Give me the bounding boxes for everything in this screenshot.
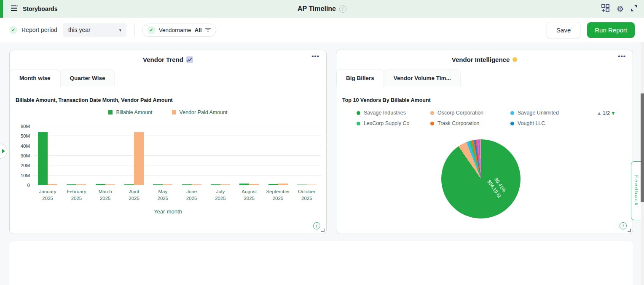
header-accent-bar [0,0,3,18]
bar-group [120,126,148,185]
y-tick-label: 20M [21,163,30,168]
sidebar-expand-handle[interactable] [0,144,7,159]
bar-chart-x-axis-title: Year-month [10,208,326,215]
pie-legend-item[interactable]: Savage Unlimited [510,110,590,116]
bar-vendor-paid-amount[interactable] [134,132,144,185]
y-tick-label: 0 [27,183,30,188]
collapse-diagonal-icon[interactable] [631,5,637,13]
bar-billable-amount[interactable] [96,184,105,185]
bar-vendor-paid-amount[interactable] [48,184,57,186]
feedback-tab[interactable]: Feedback [631,161,641,220]
next-row-card [9,241,633,285]
vendorname-filter-chip[interactable]: ✓ Vendorname All [142,24,216,37]
bar-vendor-paid-amount[interactable] [220,184,230,185]
y-tick-label: 30M [21,153,30,158]
page-title: AP Timeline [298,5,336,13]
bar-vendor-paid-amount[interactable] [307,184,317,185]
pie-legend-item[interactable]: Vought LLC [510,120,590,126]
x-tick-label: February2025 [62,185,91,202]
storyboards-brand[interactable]: Storyboards [11,5,57,13]
pie-legend-item[interactable]: LexCorp Supply Co [357,120,430,126]
bar-billable-amount[interactable] [67,184,76,185]
pie-legend-dot-icon [430,122,434,125]
x-tick-label: June2025 [177,185,206,202]
vendor-trend-menu-icon[interactable]: ••• [311,53,319,60]
vendor-intelligence-card: Vendor Intelligence ••• Big Billers Vend… [336,50,633,234]
legend-page-up-icon[interactable]: ▲ [597,110,602,116]
legend-label: Vendor Paid Amount [180,109,228,115]
bar-vendor-paid-amount[interactable] [278,184,288,185]
pie-legend-label: Vought LLC [518,120,545,126]
bar-group [148,126,177,185]
legend-item-billable[interactable]: Billable Amount [108,109,152,115]
pie-slice-label: 90.41% $54.19 M [480,166,514,208]
tab-quarter-wise[interactable]: Quarter Wise [60,69,115,87]
lightbulb-icon [513,57,517,62]
page-info-icon[interactable]: i [339,5,346,13]
pie-legend-label: Savage Industries [364,110,406,116]
pie-legend-label: LexCorp Supply Co [364,120,409,126]
bar-vendor-paid-amount[interactable] [192,184,201,185]
legend-page-down-icon[interactable]: ▼ [611,110,616,116]
pie-legend-label: Savage Unlimited [518,110,559,116]
bar-billable-amount[interactable] [38,132,48,185]
vendor-intelligence-menu-icon[interactable]: ••• [618,53,626,60]
bar-vendor-paid-amount[interactable] [163,184,172,185]
bar-group [33,126,62,185]
pie-legend-item[interactable]: Savage Industries [357,110,430,116]
settings-gear-icon[interactable]: ⚙ [617,5,624,13]
bar-billable-amount[interactable] [297,184,307,185]
bar-group [206,126,235,185]
x-tick-label: July2025 [206,185,235,202]
bar-vendor-paid-amount[interactable] [249,184,259,185]
x-tick-label: May2025 [148,185,177,202]
vendorname-label: Vendorname [159,27,191,33]
page-scrollbar-track[interactable] [641,42,644,285]
bar-billable-amount[interactable] [124,184,134,185]
bar-vendor-paid-amount[interactable] [105,184,115,185]
caret-down-icon: ▾ [119,28,121,32]
pie-legend-item[interactable]: Oscorp Corporation [430,110,510,116]
add-widget-icon[interactable] [601,4,609,14]
bar-billable-amount[interactable] [268,184,278,185]
legend-label: Billable Amount [116,109,152,115]
y-tick-label: 10M [21,173,30,178]
storyboards-menu-icon[interactable] [11,5,19,13]
tab-big-billers[interactable]: Big Billers [336,69,384,87]
report-period-dropdown[interactable]: this year ▾ [63,23,126,37]
bar-billable-amount[interactable] [211,184,220,185]
bar-vendor-paid-amount[interactable] [76,184,86,185]
bar-billable-amount[interactable] [182,184,192,185]
y-tick-label: 60M [21,124,30,129]
vendorname-value: All [194,27,201,33]
top-header: Storyboards AP Timeline i ⚙ [0,0,644,18]
x-tick-label: March2025 [91,185,120,202]
page-scrollbar-thumb[interactable] [641,93,644,202]
run-report-button[interactable]: Run Report [587,22,635,38]
save-button[interactable]: Save [547,22,580,38]
bar-group [235,126,263,185]
bar-groups [33,126,321,185]
vendor-trend-info-icon[interactable]: i [313,222,320,229]
vendorname-check-icon: ✓ [148,26,156,34]
vendor-intelligence-resize-handle[interactable] [628,229,631,232]
pie-chart-title: Top 10 Vendors By Billable Amount [342,97,633,103]
tab-month-wise[interactable]: Month wise [10,69,60,87]
x-tick-label: August2025 [235,185,263,202]
vendor-trend-resize-handle[interactable] [321,229,325,232]
tab-vendor-volume[interactable]: Vendor Volume Tim... [384,69,461,87]
bar-group [292,126,321,185]
vendor-trend-title: Vendor Trend [143,56,183,63]
legend-page-indicator: 1/2 [603,110,610,116]
vendor-intelligence-info-icon[interactable]: i [620,222,627,229]
pie-chart[interactable]: 90.41% $54.19 M [441,139,521,218]
bar-billable-amount[interactable] [239,184,249,185]
legend-item-vendor-paid[interactable]: Vendor Paid Amount [172,109,228,115]
x-tick-label: September2025 [263,185,292,202]
vendor-intelligence-tabs: Big Billers Vendor Volume Tim... [336,69,633,87]
bar-billable-amount[interactable] [153,184,163,185]
pie-legend-item[interactable]: Trask Corporation [430,120,510,126]
report-period-check-icon[interactable]: ✓ [9,26,17,34]
expand-right-icon [2,149,5,153]
report-period-value: this year [68,27,91,33]
